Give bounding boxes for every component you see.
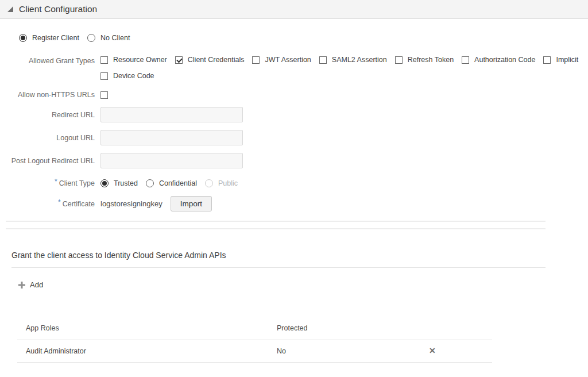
radio-trusted[interactable]: Trusted (100, 179, 138, 187)
checkbox-label: Implicit (556, 56, 578, 64)
radio-public: Public (205, 179, 238, 187)
column-header-protected: Protected (277, 324, 429, 332)
logout-url-label: Logout URL (0, 133, 100, 143)
allow-non-https-row: Allow non-HTTPS URLs (0, 90, 588, 99)
plus-icon (18, 282, 25, 288)
remove-row-icon[interactable]: ✕ (429, 347, 436, 355)
required-asterisk: * (58, 198, 61, 206)
panel-title: Client Configuration (19, 4, 97, 14)
checkbox-label: SAML2 Assertion (332, 56, 387, 64)
radio-label: Confidential (159, 179, 197, 187)
client-type-label: *Client Type (0, 179, 100, 188)
radio-icon[interactable] (146, 179, 154, 187)
client-mode-radio-group: Register Client No Client (19, 34, 588, 42)
column-header-app-roles: App Roles (26, 324, 277, 332)
post-logout-redirect-url-input[interactable] (100, 153, 243, 168)
certificate-value: logstoresigningkey (100, 199, 163, 208)
app-roles-table: App Roles Protected Audit Administrator … (17, 317, 492, 363)
allowed-grant-types-label: Allowed Grant Types (0, 56, 100, 66)
logout-url-row: Logout URL (0, 130, 588, 145)
redirect-url-label: Redirect URL (0, 110, 100, 120)
client-configuration-form: Register Client No Client Allowed Grant … (0, 19, 588, 229)
checkbox-authorization-code[interactable]: Authorization Code (462, 56, 535, 64)
divider (6, 228, 546, 229)
required-asterisk: * (55, 178, 57, 186)
divider (6, 221, 546, 222)
grants-section-heading: Grant the client access to Identity Clou… (11, 251, 546, 268)
radio-label: Register Client (32, 34, 79, 42)
post-logout-redirect-url-row: Post Logout Redirect URL (0, 153, 588, 168)
post-logout-redirect-url-label: Post Logout Redirect URL (0, 156, 100, 166)
certificate-label-text: Certificate (63, 200, 95, 208)
client-type-row: *Client Type Trusted Confidential Public (0, 179, 588, 188)
certificate-label: *Certificate (0, 199, 100, 209)
radio-label: Trusted (114, 179, 138, 187)
checkbox-implicit[interactable]: Implicit (543, 56, 578, 64)
checkbox-icon[interactable] (100, 56, 108, 64)
client-type-label-text: Client Type (59, 179, 95, 187)
table-row: Audit Administrator No ✕ (17, 340, 492, 363)
radio-icon[interactable] (100, 179, 109, 187)
radio-icon[interactable] (19, 34, 27, 42)
protected-cell: No (277, 347, 429, 355)
checkbox-icon[interactable] (252, 56, 260, 64)
checkbox-icon[interactable] (100, 72, 108, 80)
checkbox-client-credentials[interactable]: Client Credentials (175, 56, 245, 64)
radio-icon[interactable] (87, 34, 95, 42)
certificate-row: *Certificate logstoresigningkey Import (0, 196, 588, 211)
client-configuration-header: Client Configuration (0, 0, 588, 19)
radio-no-client[interactable]: No Client (87, 34, 130, 42)
logout-url-input[interactable] (100, 130, 243, 145)
checkbox-label: Client Credentials (188, 56, 245, 64)
checkbox-refresh-token[interactable]: Refresh Token (395, 56, 454, 64)
grant-type-options: Resource Owner Client Credentials JWT As… (100, 56, 578, 80)
checkbox-saml2-assertion[interactable]: SAML2 Assertion (319, 56, 387, 64)
radio-label: No Client (100, 34, 130, 42)
add-button[interactable]: Add (18, 280, 43, 289)
checkbox-label: Refresh Token (408, 56, 454, 64)
checkbox-device-code[interactable]: Device Code (100, 72, 154, 80)
checkbox-icon[interactable] (395, 56, 403, 64)
import-button[interactable]: Import (171, 196, 212, 211)
radio-confidential[interactable]: Confidential (146, 179, 197, 187)
allowed-grant-types-row: Allowed Grant Types Resource Owner Clien… (0, 56, 588, 80)
table-header-row: App Roles Protected (17, 317, 492, 340)
checkbox-icon[interactable] (319, 56, 327, 64)
app-role-cell: Audit Administrator (26, 347, 277, 355)
radio-register-client[interactable]: Register Client (19, 34, 79, 42)
radio-label: Public (218, 179, 238, 187)
collapse-triangle-icon[interactable] (7, 6, 14, 13)
checkbox-icon[interactable] (175, 56, 183, 64)
radio-icon (205, 179, 213, 187)
checkbox-resource-owner[interactable]: Resource Owner (100, 56, 167, 64)
checkbox-label: Authorization Code (474, 56, 535, 64)
checkbox-label: JWT Assertion (265, 56, 311, 64)
checkbox-label: Device Code (113, 72, 154, 80)
checkbox-icon[interactable] (462, 56, 469, 64)
allow-non-https-checkbox[interactable] (100, 91, 108, 99)
allow-non-https-label: Allow non-HTTPS URLs (0, 90, 100, 99)
redirect-url-input[interactable] (100, 107, 243, 122)
add-button-label: Add (30, 280, 43, 289)
checkbox-jwt-assertion[interactable]: JWT Assertion (252, 56, 311, 64)
checkbox-label: Resource Owner (113, 56, 167, 64)
checkbox-icon[interactable] (543, 56, 551, 64)
redirect-url-row: Redirect URL (0, 107, 588, 122)
